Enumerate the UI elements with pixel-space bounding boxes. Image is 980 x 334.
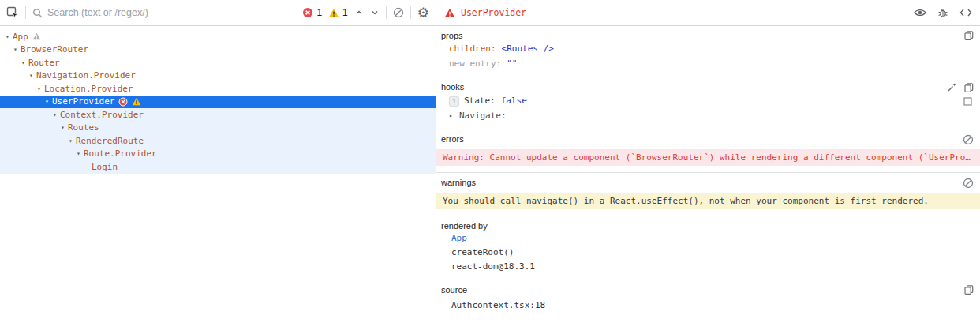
- copy-props-icon[interactable]: [964, 31, 974, 40]
- prop-row-children[interactable]: children: <Routes />: [441, 43, 974, 55]
- tree-row-router[interactable]: ▾ Router: [0, 56, 436, 69]
- component-name: Login: [92, 162, 118, 172]
- component-name: Context.Provider: [60, 110, 144, 120]
- tree-row-login[interactable]: Login: [0, 160, 436, 174]
- inspector-header: UserProvider: [436, 0, 980, 26]
- warning-triangle-icon: [132, 97, 141, 106]
- inspect-element-icon[interactable]: [6, 6, 19, 19]
- component-name: BrowserRouter: [21, 44, 88, 54]
- tree-row-routes[interactable]: ▾ Routes: [0, 122, 436, 135]
- search-input[interactable]: [47, 7, 296, 18]
- warning-count: 1: [342, 7, 348, 18]
- prop-row-new-entry[interactable]: new entry: "": [441, 58, 974, 70]
- hook-row-navigate[interactable]: ▸ Navigate:: [441, 110, 974, 122]
- source-section: source Authcontext.tsx:18: [436, 280, 980, 317]
- component-name: RenderedRoute: [76, 136, 144, 146]
- search-box: [32, 7, 296, 18]
- props-section: props children: <Routes /> new entry: "": [436, 26, 980, 77]
- component-name: Navigation.Provider: [36, 70, 136, 81]
- error-badge-icon[interactable]: [302, 7, 313, 18]
- expand-arrow-icon[interactable]: ▾: [11, 46, 20, 53]
- warnings-section: warnings You should call navigate() in a…: [436, 173, 980, 216]
- warnings-heading: warnings: [441, 178, 476, 187]
- hook-row-state[interactable]: 1 State: false: [441, 95, 974, 107]
- tree-row-navigation-provider[interactable]: ▾ Navigation.Provider: [0, 69, 436, 83]
- previous-error-chevron-up-icon[interactable]: [354, 8, 364, 17]
- log-component-bug-icon[interactable]: [937, 7, 948, 18]
- settings-gear-icon[interactable]: ⚙: [417, 6, 429, 20]
- error-message[interactable]: Warning: Cannot update a component (`Bro…: [436, 149, 980, 166]
- component-name: App: [13, 32, 28, 42]
- component-name: Location.Provider: [44, 84, 133, 94]
- tree-row-app[interactable]: ▾ App: [0, 30, 436, 43]
- new-entry-value[interactable]: "": [507, 58, 517, 70]
- component-name: Router: [28, 58, 60, 68]
- warning-message[interactable]: You should call navigate() in a React.us…: [436, 193, 980, 209]
- component-name: Routes: [68, 122, 99, 133]
- toolbar-separator: [386, 6, 387, 19]
- hook-name: State:: [464, 95, 496, 107]
- component-tree: ▾ App ▾ BrowserRouter ▾ Router ▾ Navigat…: [0, 26, 436, 334]
- tree-row-renderedroute[interactable]: ▾ RenderedRoute: [0, 134, 436, 148]
- rendered-by-section: rendered by App createRoot() react-dom@1…: [436, 216, 980, 280]
- rendered-by-owner-link[interactable]: App: [441, 232, 974, 245]
- expand-arrow-icon[interactable]: ▾: [3, 33, 12, 40]
- hook-name: Navigate:: [459, 110, 507, 122]
- rendered-by-item: createRoot(): [441, 246, 974, 259]
- next-error-chevron-down-icon[interactable]: [370, 8, 380, 17]
- expand-arrow-icon[interactable]: ▾: [58, 124, 67, 131]
- error-warning-triangle-icon: [444, 8, 455, 18]
- tree-row-userprovider-selected[interactable]: ▾ UserProvider: [0, 96, 436, 109]
- expand-arrow-icon[interactable]: ▾: [43, 98, 51, 105]
- expand-arrow-icon[interactable]: ▾: [66, 137, 75, 144]
- prop-key: children:: [449, 43, 496, 55]
- toolbar-separator: [25, 6, 26, 19]
- warning-badge-icon[interactable]: [328, 8, 339, 18]
- selected-component-title: UserProvider: [461, 7, 526, 18]
- source-heading: source: [441, 285, 467, 295]
- rendered-by-heading: rendered by: [441, 221, 488, 231]
- tree-toolbar: 1 1 ⚙: [0, 0, 436, 26]
- props-heading: props: [441, 31, 463, 40]
- warning-muted-icon: [32, 32, 41, 40]
- expand-arrow-icon[interactable]: ▾: [74, 150, 83, 157]
- hook-value[interactable]: false: [501, 95, 527, 107]
- error-circle-icon: [118, 97, 128, 107]
- tree-row-location-provider[interactable]: ▾ Location.Provider: [0, 82, 436, 96]
- component-name: UserProvider: [52, 96, 114, 107]
- clear-warnings-section-icon[interactable]: [963, 178, 974, 189]
- expand-arrow-icon[interactable]: ▾: [19, 59, 28, 66]
- component-tree-panel: 1 1 ⚙ ▾ App: [0, 0, 436, 334]
- tree-row-route-provider[interactable]: ▾ Route.Provider: [0, 148, 436, 161]
- errors-section: errors Warning: Cannot update a componen…: [436, 129, 980, 173]
- component-name: Route.Provider: [84, 148, 157, 159]
- collapsed-arrow-icon[interactable]: ▸: [449, 110, 455, 122]
- tree-row-browserrouter[interactable]: ▾ BrowserRouter: [0, 43, 436, 57]
- prop-value[interactable]: <Routes />: [502, 43, 554, 55]
- parse-hook-names-wand-icon[interactable]: [947, 82, 957, 92]
- hooks-section: hooks 1 State: false: [436, 77, 980, 129]
- source-file-link[interactable]: Authcontext.tsx:18: [441, 300, 974, 310]
- error-count: 1: [316, 7, 322, 18]
- copy-hooks-icon[interactable]: [964, 83, 974, 92]
- expand-arrow-icon[interactable]: ▾: [35, 85, 43, 92]
- react-devtools-components-panel: 1 1 ⚙ ▾ App: [0, 0, 980, 334]
- new-entry-key: new entry:: [449, 58, 501, 70]
- rendered-by-item: react-dom@18.3.1: [441, 261, 974, 273]
- expand-arrow-icon[interactable]: ▾: [50, 111, 59, 118]
- inspect-dom-eye-icon[interactable]: [914, 8, 926, 17]
- hooks-heading: hooks: [441, 82, 464, 92]
- hook-index-badge: 1: [449, 96, 459, 107]
- component-inspector-panel: UserProvider props: [436, 0, 980, 334]
- search-icon: [32, 8, 43, 18]
- view-source-code-icon[interactable]: [959, 8, 972, 17]
- copy-source-icon[interactable]: [964, 285, 974, 295]
- expand-arrow-icon[interactable]: ▾: [27, 72, 36, 79]
- tree-row-context-provider[interactable]: ▾ Context.Provider: [0, 108, 436, 122]
- errors-heading: errors: [441, 134, 464, 144]
- clear-errors-icon[interactable]: [393, 7, 404, 18]
- toolbar-separator: [410, 6, 411, 19]
- hook-checkbox-icon[interactable]: [963, 97, 972, 106]
- clear-errors-section-icon[interactable]: [963, 134, 974, 145]
